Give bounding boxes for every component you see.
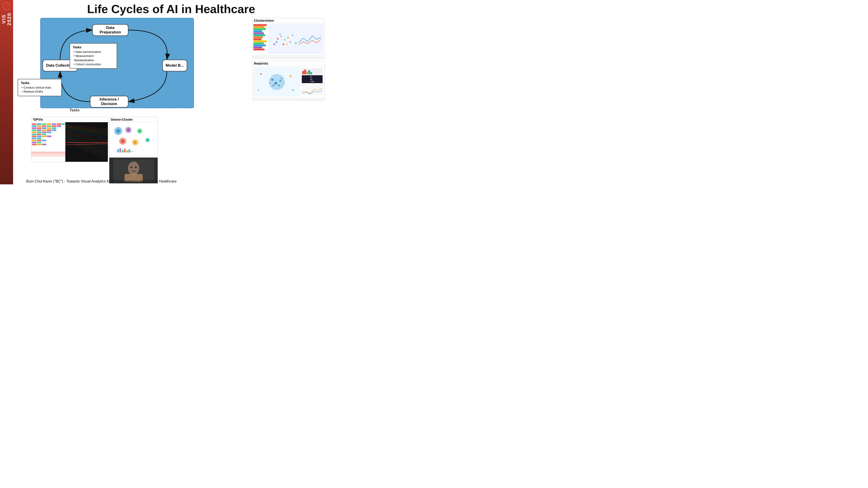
svg-point-35 <box>289 75 292 77</box>
svg-rect-73 <box>32 138 36 139</box>
task-item-4: • Conduct clinical trials <box>22 86 59 90</box>
geonocluster-title: Geono-Cluster <box>110 117 158 122</box>
svg-rect-57 <box>32 129 36 131</box>
svg-text:Norman Panel: Norman Panel <box>123 151 133 152</box>
svg-rect-51 <box>57 125 61 127</box>
svg-rect-79 <box>37 142 41 143</box>
svg-rect-78 <box>32 142 36 143</box>
svg-rect-55 <box>47 127 51 129</box>
task-item-2: • Measurement Standardization <box>74 54 114 62</box>
svg-point-114 <box>135 166 137 168</box>
svg-point-113 <box>130 166 132 168</box>
svg-rect-62 <box>32 131 36 133</box>
svg-rect-46 <box>32 125 36 127</box>
svg-rect-70 <box>37 135 41 137</box>
svg-point-99 <box>134 142 136 143</box>
svg-rect-84 <box>31 154 65 157</box>
svg-rect-52 <box>32 127 36 129</box>
svg-rect-63 <box>37 131 41 133</box>
svg-point-8 <box>6 9 7 10</box>
svg-rect-104 <box>119 148 121 153</box>
svg-point-96 <box>122 140 123 142</box>
tasks-center-box: Tasks • Data harmonization • Measurement… <box>70 43 117 69</box>
svg-rect-71 <box>42 135 46 137</box>
svg-point-102 <box>147 140 148 140</box>
svg-point-1 <box>6 2 7 4</box>
inference-decision-box: Inference / Decision <box>90 96 128 107</box>
svg-point-5 <box>3 6 4 7</box>
svg-point-93 <box>139 130 141 132</box>
svg-point-111 <box>128 162 139 175</box>
svg-rect-49 <box>47 125 51 127</box>
svg-rect-77 <box>42 140 46 141</box>
svg-point-37 <box>258 90 259 91</box>
svg-rect-83 <box>31 152 65 154</box>
bottom-caption: Bum Chul Kwon ("BC") - Towards Visual An… <box>26 180 329 184</box>
svg-rect-40 <box>37 123 41 125</box>
task-item-3: • Cohort construction <box>74 62 114 66</box>
svg-rect-50 <box>52 125 56 127</box>
svg-rect-103 <box>117 149 119 153</box>
svg-point-90 <box>128 129 129 131</box>
svg-point-17 <box>284 39 285 40</box>
svg-point-28 <box>274 82 277 85</box>
tasks-left-box: Tasks • Conduct clinical trials • Retrie… <box>18 79 62 96</box>
task-item-5: • Retrieve EHRs <box>22 90 59 94</box>
svg-rect-56 <box>52 127 56 129</box>
svg-rect-68 <box>42 133 46 135</box>
dpvis-card: *DPVis <box>31 117 108 162</box>
tools-area: Clustervision <box>199 18 324 115</box>
svg-point-16 <box>276 41 278 43</box>
vis-logo-icon <box>2 2 11 10</box>
sidebar-label: VIS 2020 <box>1 13 12 26</box>
lifecycle-diagram: Data Preparation Data Collection Model B… <box>18 18 192 115</box>
data-preparation-box: Data Preparation <box>92 24 128 36</box>
svg-point-18 <box>287 37 289 38</box>
svg-rect-44 <box>57 123 61 125</box>
retainvis-card: RetainVis <box>252 61 324 100</box>
svg-point-4 <box>9 6 10 7</box>
svg-rect-48 <box>42 125 46 127</box>
svg-point-15 <box>281 36 282 37</box>
clustervision-card: Clustervision <box>252 18 324 59</box>
bottom-tools: *DPVis <box>31 117 324 165</box>
svg-point-33 <box>269 83 271 84</box>
retainvis-screenshot: M620.94 <box>252 66 324 98</box>
svg-rect-45 <box>62 123 65 125</box>
clustervision-title: Clustervision <box>252 18 324 23</box>
svg-point-7 <box>4 8 5 10</box>
svg-point-23 <box>286 43 287 45</box>
svg-rect-43 <box>52 123 56 125</box>
svg-point-29 <box>279 80 281 82</box>
svg-point-26 <box>269 74 285 90</box>
svg-point-30 <box>278 84 280 87</box>
svg-rect-75 <box>32 140 36 141</box>
svg-rect-66 <box>32 133 36 135</box>
svg-point-87 <box>117 130 119 132</box>
bottom-section: Stakeholders • Data Scientists • Clinica… <box>18 117 324 165</box>
svg-rect-69 <box>32 135 36 137</box>
page-title: Life Cycles of AI in Healthcare <box>18 3 324 15</box>
svg-rect-74 <box>37 138 41 139</box>
svg-rect-41 <box>42 123 46 125</box>
svg-point-21 <box>292 35 293 36</box>
svg-point-3 <box>3 3 4 5</box>
svg-rect-58 <box>37 129 41 131</box>
svg-rect-47 <box>37 125 41 127</box>
task-item-1: • Data harmonization <box>74 50 114 54</box>
svg-rect-67 <box>37 133 41 135</box>
svg-point-19 <box>289 41 291 43</box>
dpvis-screenshot <box>31 122 108 162</box>
sidebar: VIS 2020 <box>0 0 13 184</box>
main-content: Life Cycles of AI in Healthcare <box>13 0 329 184</box>
tasks-bottom-hint: Tasks <box>70 108 80 112</box>
geonocluster-screenshot: Norman Panel <box>110 122 158 156</box>
svg-rect-60 <box>47 129 51 131</box>
retainvis-title: RetainVis <box>252 61 324 66</box>
svg-rect-72 <box>47 135 51 137</box>
svg-point-36 <box>292 89 294 91</box>
svg-rect-61 <box>52 129 56 131</box>
geonocluster-card: Geono-Cluster <box>109 117 158 156</box>
model-building-box: Model B... <box>162 60 187 71</box>
svg-rect-39 <box>32 123 36 125</box>
